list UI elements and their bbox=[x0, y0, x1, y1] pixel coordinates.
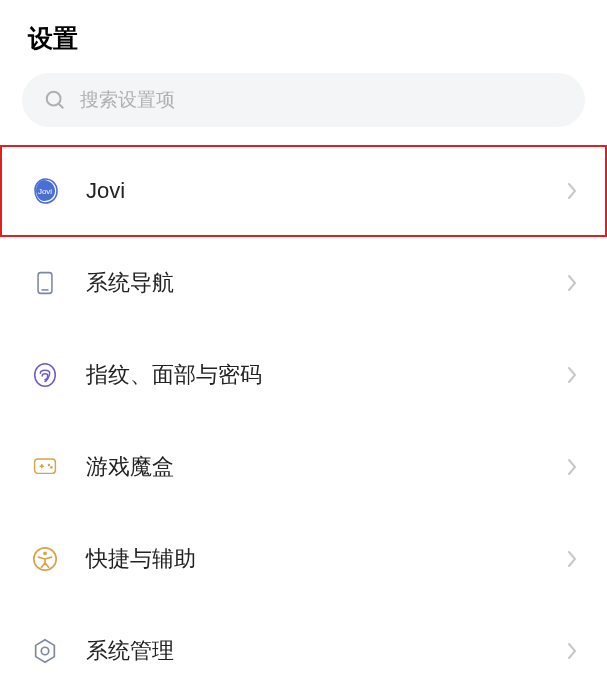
svg-point-14 bbox=[41, 647, 48, 654]
svg-point-9 bbox=[48, 464, 51, 467]
chevron-right-icon bbox=[567, 550, 577, 568]
list-item-accessibility[interactable]: 快捷与辅助 bbox=[0, 513, 607, 605]
svg-point-12 bbox=[43, 552, 47, 556]
svg-marker-13 bbox=[36, 640, 55, 662]
svg-rect-6 bbox=[35, 459, 56, 473]
list-item-navigation[interactable]: 系统导航 bbox=[0, 237, 607, 329]
gear-icon bbox=[30, 636, 60, 666]
list-item-label: 系统管理 bbox=[86, 636, 567, 666]
chevron-right-icon bbox=[567, 274, 577, 292]
svg-point-0 bbox=[47, 92, 61, 106]
svg-text:Jovi: Jovi bbox=[38, 187, 52, 196]
list-item-label: 指纹、面部与密码 bbox=[86, 360, 567, 390]
svg-point-5 bbox=[35, 364, 56, 386]
jovi-icon: Jovi bbox=[30, 176, 60, 206]
chevron-right-icon bbox=[567, 642, 577, 660]
list-item-label: Jovi bbox=[86, 178, 567, 204]
page-title: 设置 bbox=[28, 22, 579, 55]
list-item-jovi[interactable]: Jovi Jovi bbox=[0, 145, 607, 237]
settings-list: Jovi Jovi 系统导航 bbox=[0, 145, 607, 687]
gamebox-icon bbox=[30, 452, 60, 482]
chevron-right-icon bbox=[567, 182, 577, 200]
accessibility-icon bbox=[30, 544, 60, 574]
list-item-label: 系统导航 bbox=[86, 268, 567, 298]
search-placeholder: 搜索设置项 bbox=[80, 87, 175, 113]
list-item-fingerprint[interactable]: 指纹、面部与密码 bbox=[0, 329, 607, 421]
svg-point-10 bbox=[50, 466, 53, 469]
navigation-icon bbox=[30, 268, 60, 298]
list-item-gamebox[interactable]: 游戏魔盒 bbox=[0, 421, 607, 513]
search-bar[interactable]: 搜索设置项 bbox=[22, 73, 585, 127]
fingerprint-icon bbox=[30, 360, 60, 390]
list-item-label: 快捷与辅助 bbox=[86, 544, 567, 574]
list-item-label: 游戏魔盒 bbox=[86, 452, 567, 482]
list-item-system[interactable]: 系统管理 bbox=[0, 605, 607, 687]
chevron-right-icon bbox=[567, 366, 577, 384]
svg-line-1 bbox=[59, 104, 64, 109]
search-icon bbox=[44, 89, 66, 111]
chevron-right-icon bbox=[567, 458, 577, 476]
